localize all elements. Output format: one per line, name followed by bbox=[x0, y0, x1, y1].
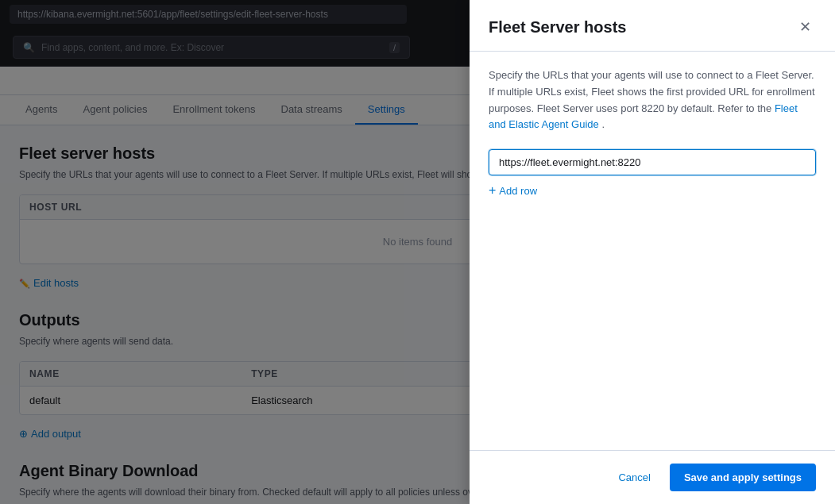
flyout-desc-suffix: . bbox=[601, 118, 605, 130]
save-apply-button[interactable]: Save and apply settings bbox=[670, 464, 816, 491]
flyout-desc-text: Specify the URLs that your agents will u… bbox=[489, 69, 815, 114]
flyout-footer: Cancel Save and apply settings bbox=[470, 450, 835, 502]
flyout-overlay: Fleet Server hosts ✕ Specify the URLs th… bbox=[0, 0, 835, 502]
add-row-button[interactable]: + Add row bbox=[489, 183, 537, 198]
plus-icon-row: + bbox=[489, 183, 496, 198]
add-row-label: Add row bbox=[499, 185, 537, 197]
flyout-body: Specify the URLs that your agents will u… bbox=[470, 52, 835, 450]
flyout-header: Fleet Server hosts ✕ bbox=[470, 0, 835, 52]
flyout-title: Fleet Server hosts bbox=[489, 18, 626, 37]
flyout-description: Specify the URLs that your agents will u… bbox=[489, 67, 816, 133]
cancel-button[interactable]: Cancel bbox=[609, 465, 659, 490]
flyout-panel: Fleet Server hosts ✕ Specify the URLs th… bbox=[470, 0, 835, 502]
close-flyout-button[interactable]: ✕ bbox=[794, 16, 816, 38]
fleet-server-url-input[interactable] bbox=[489, 149, 816, 175]
